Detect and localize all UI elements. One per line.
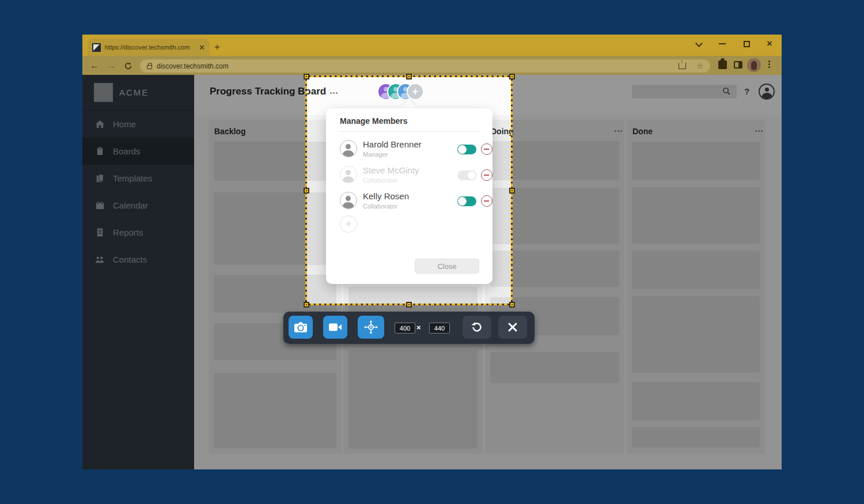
bookmark-star-icon[interactable]: ☆ xyxy=(696,62,703,70)
video-capture-button[interactable] xyxy=(323,316,347,339)
window-minimize-icon[interactable] xyxy=(715,37,730,50)
lock-icon xyxy=(147,65,152,69)
manage-members-popup: Manage Members Harold Brenner Manager St… xyxy=(326,108,492,284)
popup-title: Manage Members xyxy=(340,116,407,126)
reports-icon xyxy=(95,228,105,237)
video-icon xyxy=(328,322,342,332)
capture-toolbar: × xyxy=(283,312,535,344)
person-icon xyxy=(340,140,357,157)
selection-handle-sw[interactable] xyxy=(304,302,309,308)
desktop: https://discover.techsmith.com ✕ + × ← →… xyxy=(0,0,864,504)
side-panel-icon[interactable] xyxy=(734,61,742,69)
add-member-icon[interactable]: + xyxy=(340,215,357,233)
tab-title: https://discover.techsmith.com xyxy=(105,44,195,51)
sidebar-item-templates[interactable]: Templates xyxy=(82,165,194,192)
capture-width-input[interactable] xyxy=(395,323,415,334)
sidebar-item-home[interactable]: Home xyxy=(82,111,194,138)
back-icon[interactable]: ← xyxy=(88,59,101,73)
member-toggle[interactable] xyxy=(457,196,476,206)
card-placeholder[interactable] xyxy=(490,141,619,180)
close-button[interactable]: Close xyxy=(415,259,479,274)
member-row: Kelly Rosen Collaborator xyxy=(340,190,481,214)
move-selection-button[interactable] xyxy=(358,316,384,339)
card-placeholder[interactable] xyxy=(632,296,760,373)
card-placeholder[interactable] xyxy=(348,350,478,449)
search-icon[interactable] xyxy=(722,87,731,98)
column-title: Backlog xyxy=(214,127,245,136)
extensions-icon[interactable] xyxy=(718,60,727,69)
selection-handle-se[interactable] xyxy=(509,302,515,308)
window-close-icon[interactable]: × xyxy=(762,37,777,50)
share-icon[interactable] xyxy=(679,63,686,69)
member-row: Steve McGinty Collaborator xyxy=(340,164,481,188)
member-row: Harold Brenner Manager xyxy=(340,138,481,162)
help-icon[interactable]: ? xyxy=(744,86,749,96)
dimensions-times-label: × xyxy=(416,323,421,332)
card-placeholder[interactable] xyxy=(632,427,760,448)
person-icon xyxy=(340,166,357,183)
capture-height-input[interactable] xyxy=(429,323,450,334)
selection-handle-e[interactable] xyxy=(509,188,515,194)
remove-member-icon[interactable] xyxy=(481,169,492,181)
selection-handle-w[interactable] xyxy=(304,188,309,194)
person-icon xyxy=(340,192,357,209)
new-tab-button[interactable]: + xyxy=(214,41,220,53)
browser-menu-icon[interactable] xyxy=(768,60,770,62)
column-title: Done xyxy=(632,127,653,136)
templates-icon xyxy=(95,173,105,183)
selection-handle-nw[interactable] xyxy=(304,74,309,79)
remove-member-icon[interactable] xyxy=(481,195,492,207)
column-done: Done xyxy=(627,120,765,454)
forward-icon[interactable]: → xyxy=(105,59,119,73)
member-toggle[interactable] xyxy=(457,145,476,154)
member-toggle[interactable] xyxy=(457,170,476,180)
address-bar[interactable]: discover.techsmith.com ☆ xyxy=(140,59,710,73)
sidebar-item-boards[interactable]: Boards xyxy=(82,138,194,165)
calendar-icon xyxy=(95,200,105,210)
browser-tab[interactable]: https://discover.techsmith.com ✕ xyxy=(88,39,210,56)
tab-close-icon[interactable]: ✕ xyxy=(199,44,205,51)
column-backlog: Backlog xyxy=(209,120,342,454)
card-placeholder[interactable] xyxy=(214,275,336,313)
contacts-icon xyxy=(95,255,105,264)
sidebar-item-reports[interactable]: Reports xyxy=(82,219,194,246)
card-placeholder[interactable] xyxy=(214,192,336,265)
restart-icon xyxy=(471,321,483,334)
image-capture-button[interactable] xyxy=(289,316,313,339)
window-chevron-icon[interactable] xyxy=(692,37,707,50)
add-member-avatar-button[interactable]: + xyxy=(407,83,424,100)
selection-handle-n[interactable] xyxy=(406,74,412,79)
card-placeholder[interactable] xyxy=(214,373,336,448)
sidebar-item-contacts[interactable]: Contacts xyxy=(82,246,194,273)
remove-member-icon[interactable] xyxy=(481,143,492,155)
board-menu-icon[interactable] xyxy=(330,92,332,94)
card-placeholder[interactable] xyxy=(632,187,760,244)
restart-capture-button[interactable] xyxy=(463,316,491,339)
card-placeholder[interactable] xyxy=(632,142,760,180)
column-menu-icon[interactable] xyxy=(615,130,616,132)
camera-icon xyxy=(294,321,308,333)
acme-logo xyxy=(94,83,113,102)
cancel-capture-button[interactable] xyxy=(498,316,527,339)
card-placeholder[interactable] xyxy=(632,382,760,420)
brand-name: ACME xyxy=(119,88,149,97)
card-placeholder[interactable] xyxy=(490,188,619,244)
move-crosshair-icon xyxy=(363,320,378,335)
card-placeholder[interactable] xyxy=(490,251,619,287)
column-title: Doing xyxy=(491,127,514,136)
boards-icon xyxy=(95,146,105,156)
column-menu-icon[interactable] xyxy=(755,130,757,132)
selection-handle-s[interactable] xyxy=(406,302,412,308)
page-title: Progress Tracking Board xyxy=(210,86,326,97)
brand-block: ACME xyxy=(82,75,194,111)
card-placeholder[interactable] xyxy=(490,352,619,383)
card-placeholder[interactable] xyxy=(214,142,336,181)
search-input[interactable] xyxy=(632,85,737,98)
sidebar-item-calendar[interactable]: Calendar xyxy=(82,192,194,219)
card-placeholder[interactable] xyxy=(632,251,760,289)
selection-handle-ne[interactable] xyxy=(509,74,515,79)
profile-avatar[interactable] xyxy=(747,58,761,72)
window-maximize-icon[interactable] xyxy=(739,37,754,50)
user-avatar-icon[interactable] xyxy=(759,84,775,100)
refresh-icon[interactable] xyxy=(121,59,135,73)
